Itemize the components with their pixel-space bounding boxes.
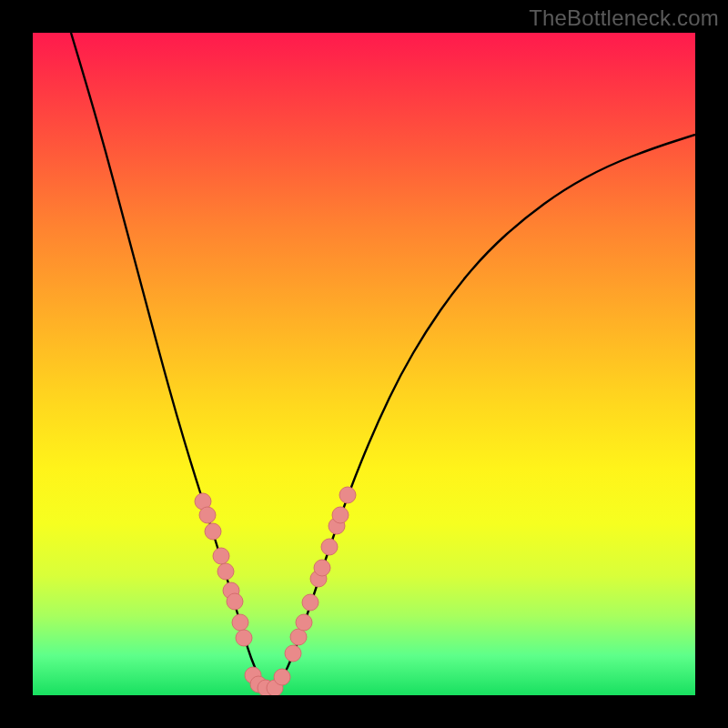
curve-marker bbox=[217, 563, 234, 580]
curve-marker bbox=[296, 614, 312, 631]
curve-marker bbox=[285, 645, 301, 662]
curve-marker bbox=[332, 507, 349, 523]
curve-marker bbox=[236, 630, 252, 646]
watermark-text: TheBottleneck.com bbox=[529, 5, 719, 31]
bottleneck-curve-svg bbox=[33, 33, 695, 695]
curve-marker bbox=[227, 593, 243, 610]
curve-marker bbox=[274, 669, 290, 685]
bottleneck-curve bbox=[71, 33, 695, 688]
curve-marker bbox=[339, 487, 356, 503]
curve-markers bbox=[195, 487, 356, 695]
curve-marker bbox=[290, 629, 307, 645]
curve-marker bbox=[205, 523, 221, 540]
curve-marker bbox=[199, 507, 216, 523]
curve-marker bbox=[302, 594, 318, 611]
curve-marker bbox=[213, 548, 229, 564]
chart-frame: TheBottleneck.com bbox=[0, 0, 728, 728]
curve-marker bbox=[232, 614, 248, 631]
curve-marker bbox=[314, 560, 330, 576]
plot-area bbox=[33, 33, 695, 695]
curve-marker bbox=[321, 539, 338, 555]
